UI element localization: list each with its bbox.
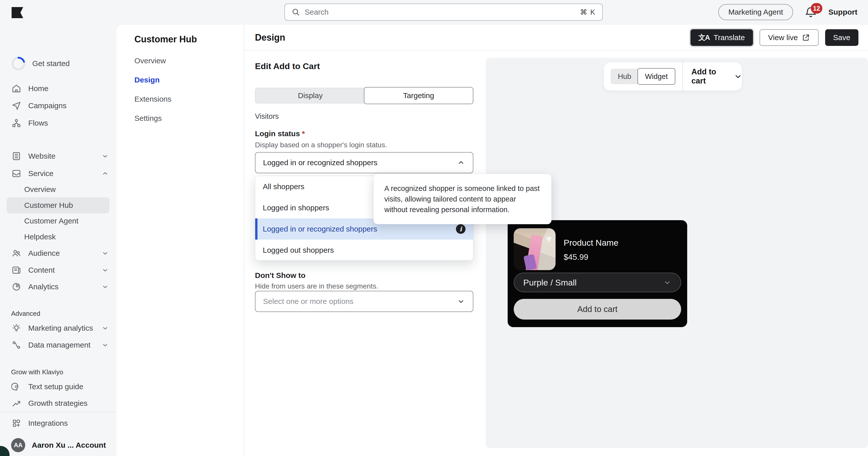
- sidebar-item-analytics[interactable]: Analytics: [0, 279, 116, 295]
- trending-up-icon: [11, 398, 22, 408]
- add-to-cart-button[interactable]: Add to cart: [514, 299, 681, 320]
- account-switcher[interactable]: AA Aaron Xu ... Account: [0, 437, 116, 453]
- marketing-agent-button[interactable]: Marketing Agent: [718, 4, 793, 20]
- toggle-widget[interactable]: Widget: [638, 68, 675, 85]
- recognized-shopper-tooltip: A recognized shopper is someone linked t…: [373, 174, 552, 224]
- notifications-button[interactable]: 12: [804, 5, 817, 19]
- nav-divider: [0, 412, 116, 413]
- dont-show-label: Don't Show to: [255, 271, 305, 280]
- sidebar-item-website[interactable]: Website: [0, 148, 116, 164]
- app-root: Search ⌘ K Marketing Agent 12 Support Ge…: [0, 0, 868, 456]
- product-name: Product Name: [564, 238, 618, 248]
- content-card: Customer Hub Overview Design Extensions …: [116, 24, 868, 456]
- visitors-label: Visitors: [255, 112, 279, 121]
- translate-button[interactable]: 文A Translate: [690, 29, 753, 46]
- chevron-down-icon: [101, 341, 109, 349]
- sidebar-item-data-management[interactable]: Data management: [0, 337, 116, 353]
- subnav-item-settings[interactable]: Settings: [134, 113, 162, 124]
- lightbulb-icon: [11, 323, 22, 333]
- display-targeting-tabs: Display Targeting: [255, 87, 473, 104]
- progress-ring-icon: [11, 56, 26, 71]
- info-icon[interactable]: i: [456, 224, 466, 234]
- grow-section-label: Grow with Klaviyo: [11, 368, 63, 376]
- sidebar-item-growth-strategies[interactable]: Growth strategies: [0, 395, 116, 412]
- hub-widget-toggle: Hub Widget: [611, 68, 675, 85]
- customer-hub-subnav: Customer Hub Overview Design Extensions …: [116, 25, 244, 456]
- required-asterisk: *: [302, 129, 305, 138]
- view-live-button[interactable]: View live: [760, 29, 818, 46]
- chevron-down-icon: [101, 283, 109, 291]
- sidebar-item-marketing-analytics[interactable]: Marketing analytics: [0, 320, 116, 336]
- external-link-icon: [802, 34, 810, 41]
- sidebar-item-flows[interactable]: Flows: [0, 115, 116, 131]
- document-icon: [11, 151, 22, 161]
- sidebar-item-text-setup-guide[interactable]: Text setup guide: [0, 378, 116, 395]
- product-price: $45.99: [564, 252, 588, 262]
- product-card-preview: ♥ Product Name $45.99 Purple / Small Add…: [508, 220, 687, 327]
- sidebar-item-campaigns[interactable]: Campaigns: [0, 98, 116, 114]
- nodes-icon: [11, 340, 22, 350]
- notification-badge: 12: [811, 3, 823, 13]
- sidebar-item-audience[interactable]: Audience: [0, 245, 116, 261]
- chevron-down-icon: [663, 278, 672, 287]
- login-status-select[interactable]: Logged in or recognized shoppers: [255, 152, 473, 173]
- search-placeholder: Search: [305, 8, 576, 17]
- translate-icon: 文A: [699, 33, 710, 42]
- pie-chart-icon: [11, 281, 22, 292]
- subnav-item-overview[interactable]: Overview: [134, 55, 166, 66]
- sidebar-item-service-overview[interactable]: Overview: [0, 181, 116, 197]
- sidebar-item-service[interactable]: Service: [0, 165, 116, 182]
- main-header: Design 文A Translate View live Save: [244, 25, 868, 51]
- global-search-input[interactable]: Search ⌘ K: [284, 3, 603, 21]
- klaviyo-logo-icon[interactable]: [11, 7, 23, 18]
- variant-select[interactable]: Purple / Small: [514, 273, 681, 292]
- chevron-up-icon: [457, 158, 465, 167]
- dont-show-helper: Hide from users are in these segments.: [255, 282, 378, 290]
- sidebar-item-customer-agent[interactable]: Customer Agent: [0, 213, 116, 229]
- top-right-group: Marketing Agent 12 Support: [718, 0, 858, 24]
- dont-show-select[interactable]: Select one or more options: [255, 291, 473, 312]
- people-icon: [11, 248, 22, 259]
- wishlist-heart-icon[interactable]: ♥: [546, 233, 552, 245]
- chevron-down-icon: [734, 72, 742, 81]
- chat-bubble-icon: [11, 381, 22, 392]
- login-status-label: Login status*: [255, 129, 305, 138]
- preview-toolbar: Hub Widget Add to cart: [604, 62, 742, 91]
- chevron-down-icon: [101, 266, 109, 274]
- inbox-icon: [11, 168, 22, 179]
- sidebar-item-get-started[interactable]: Get started: [0, 56, 116, 72]
- chevron-down-icon: [101, 249, 109, 257]
- chevron-down-icon: [101, 152, 109, 160]
- section-title: Edit Add to Cart: [255, 61, 320, 71]
- preview-widget-select[interactable]: Add to cart: [691, 67, 742, 86]
- tab-targeting[interactable]: Targeting: [364, 87, 473, 104]
- sidebar-item-customer-hub[interactable]: Customer Hub: [6, 197, 110, 213]
- tab-display[interactable]: Display: [255, 88, 365, 103]
- chevron-up-icon: [101, 170, 109, 177]
- page-title: Design: [255, 25, 285, 51]
- toggle-hub[interactable]: Hub: [611, 69, 638, 84]
- product-image: ♥: [514, 228, 556, 270]
- newspaper-icon: [11, 265, 22, 275]
- left-nav: Get started Home Campaigns Flows Website…: [0, 24, 116, 456]
- selected-option-bar: [255, 218, 257, 240]
- subnav-item-design[interactable]: Design: [134, 74, 160, 86]
- sidebar-item-helpdesk[interactable]: Helpdesk: [0, 229, 116, 245]
- search-icon: [291, 8, 300, 17]
- option-logged-out-shoppers[interactable]: Logged out shoppers: [255, 240, 473, 261]
- header-actions: 文A Translate View live Save: [690, 25, 859, 51]
- sidebar-item-content[interactable]: Content: [0, 262, 116, 278]
- sidebar-item-integrations[interactable]: Integrations: [0, 415, 116, 431]
- preview-panel: Hub Widget Add to cart ♥ Product Name $4…: [486, 58, 868, 448]
- flow-icon: [11, 118, 22, 128]
- avatar: AA: [11, 438, 25, 452]
- save-button[interactable]: Save: [825, 29, 859, 46]
- sidebar-item-home[interactable]: Home: [0, 81, 116, 97]
- search-shortcut: ⌘ K: [580, 8, 596, 17]
- home-icon: [11, 83, 22, 94]
- login-status-helper: Display based on a shopper's login statu…: [255, 141, 387, 149]
- chevron-down-icon: [457, 297, 465, 306]
- subnav-item-extensions[interactable]: Extensions: [134, 94, 172, 105]
- subnav-title: Customer Hub: [134, 34, 197, 44]
- support-link[interactable]: Support: [829, 8, 858, 17]
